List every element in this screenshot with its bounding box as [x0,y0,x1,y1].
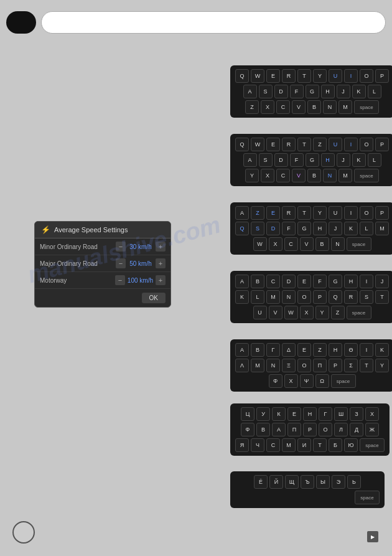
kb-space-key[interactable]: space [354,100,379,114]
kb-key[interactable]: R [282,206,296,220]
bottom-left-circle[interactable] [12,521,35,544]
kb-key[interactable]: Y [313,206,327,220]
major-road-decrease-button[interactable]: − [116,258,126,268]
kb-key[interactable]: Ε [297,343,311,357]
kb-key[interactable]: I [360,275,373,288]
kb-key[interactable]: Τ [360,359,373,372]
minor-road-increase-button[interactable]: + [156,242,166,252]
kb-key[interactable]: М [282,438,296,452]
kb-key[interactable]: G [306,153,319,167]
kb-key[interactable]: П [287,423,301,436]
kb-key[interactable]: Ч [251,438,264,452]
kb-key[interactable]: K [235,290,249,304]
kb-key[interactable]: F [290,85,304,98]
kb-key[interactable]: Q [235,138,249,151]
kb-key[interactable]: R [344,290,358,304]
kb-key[interactable]: U [329,206,342,220]
kb-key[interactable]: M [338,169,352,182]
kb-key[interactable]: T [297,206,311,220]
kb-key[interactable]: Σ [344,359,358,372]
kb-key[interactable]: R [282,138,296,151]
kb-key[interactable]: T [297,69,311,83]
kb-key[interactable]: O [360,69,373,83]
kb-key[interactable]: I [344,206,358,220]
search-input[interactable] [41,11,386,34]
kb-key[interactable]: J [337,153,350,167]
kb-key[interactable]: F [290,153,304,167]
kb-key[interactable]: T [297,138,311,151]
kb-key[interactable]: P [375,206,389,220]
kb-key[interactable]: B [307,100,321,114]
kb-space-key[interactable]: space [355,491,380,504]
kb-key[interactable]: Б [329,438,342,452]
kb-key[interactable]: Ъ [301,475,314,489]
ok-button[interactable]: OK [142,293,166,303]
kb-space-key[interactable]: space [354,169,379,182]
kb-key[interactable]: I [344,69,358,83]
kb-key[interactable]: Д [350,423,363,436]
kb-key[interactable]: K [352,85,366,98]
kb-key[interactable]: У [256,407,270,421]
kb-key[interactable]: O [297,290,311,304]
kb-key[interactable]: Ш [334,407,348,421]
kb-key[interactable]: N [323,100,337,114]
motorway-decrease-button[interactable]: − [115,275,125,285]
kb-key[interactable]: X [269,237,282,251]
kb-key[interactable]: И [297,438,311,452]
kb-key[interactable]: Δ [282,343,296,357]
kb-key[interactable]: S [251,222,264,235]
major-road-increase-button[interactable]: + [156,258,166,268]
kb-key[interactable]: W [284,306,298,319]
bottom-right-nav-button[interactable] [367,531,378,542]
kb-key[interactable]: Щ [285,475,299,489]
kb-key[interactable]: M [375,222,389,235]
kb-space-key[interactable]: space [360,438,385,452]
kb-key[interactable]: А [272,423,286,436]
kb-key[interactable]: A [235,206,249,220]
kb-key[interactable]: Ь [347,475,361,489]
kb-key[interactable]: Θ [344,343,358,357]
kb-key[interactable]: Λ [235,359,249,372]
kb-key[interactable]: G [306,85,319,98]
kb-key[interactable]: Y [315,306,329,319]
kb-key[interactable]: X [261,100,274,114]
kb-key[interactable]: З [350,407,363,421]
kb-key[interactable]: Э [332,475,345,489]
kb-key[interactable]: Ν [266,359,280,372]
kb-space-key[interactable]: space [331,374,356,388]
kb-key[interactable]: Z [251,206,264,220]
kb-key[interactable]: Ω [315,374,329,388]
kb-key[interactable]: Я [235,438,249,452]
kb-key[interactable]: Η [329,343,342,357]
kb-key[interactable]: N [331,237,345,251]
kb-key[interactable]: Ξ [282,359,296,372]
kb-space-key[interactable]: space [347,306,371,319]
kb-key[interactable]: Ψ [300,374,314,388]
kb-key[interactable]: S [259,153,273,167]
kb-key[interactable]: Ж [365,423,379,436]
kb-key[interactable]: Р [303,423,317,436]
kb-key[interactable]: M [338,100,352,114]
kb-key[interactable]: С [266,438,280,452]
kb-key[interactable]: Α [235,343,249,357]
kb-key[interactable]: Q [329,290,342,304]
kb-key[interactable]: Υ [375,359,389,372]
kb-key[interactable]: F [313,275,327,288]
kb-key[interactable]: G [329,275,342,288]
kb-key[interactable]: D [266,222,280,235]
kb-key[interactable]: B [315,237,329,251]
kb-key[interactable]: V [292,100,306,114]
kb-key[interactable]: S [360,290,373,304]
kb-key[interactable]: Л [334,423,348,436]
kb-key[interactable]: Н [303,407,317,421]
kb-key[interactable]: A [243,153,257,167]
kb-key[interactable]: W [251,138,264,151]
kb-key[interactable]: P [313,290,327,304]
kb-key[interactable]: Ю [344,438,358,452]
kb-key[interactable]: Φ [269,374,282,388]
kb-key[interactable]: O [360,206,373,220]
kb-key[interactable]: U [329,69,342,83]
kb-key[interactable]: Г [319,407,332,421]
kb-key[interactable]: X [261,169,274,182]
kb-key[interactable]: J [375,275,389,288]
